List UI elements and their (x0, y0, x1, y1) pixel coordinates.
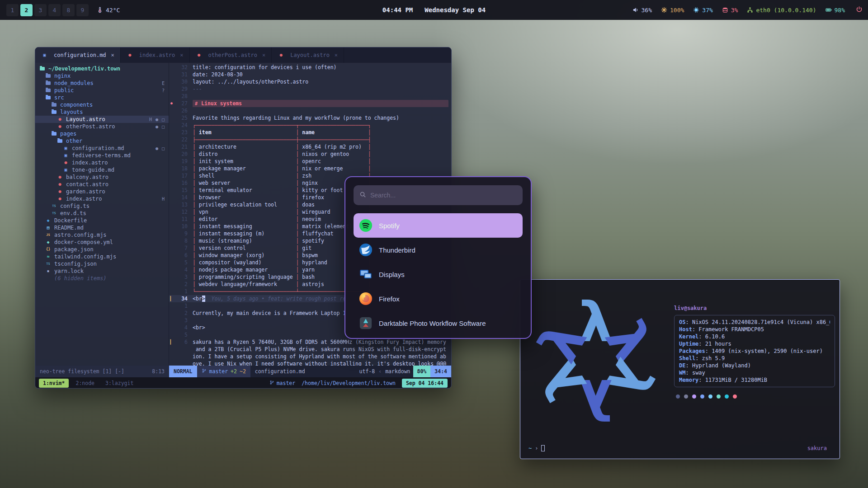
table-border: │ (296, 252, 299, 258)
tree-item[interactable]: tsconfig.json (35, 260, 169, 267)
tree-item[interactable]: index.astro (35, 159, 169, 166)
terminal-hostname-label: sakura (807, 445, 827, 451)
tree-item[interactable]: package.json (35, 246, 169, 253)
tree-item[interactable]: tailwind.config.mjs (35, 253, 169, 260)
tree-item[interactable]: garden.astro (35, 188, 169, 195)
astro-icon (57, 196, 63, 202)
tree-item[interactable]: other (35, 137, 169, 145)
tree-item[interactable]: balcony.astro (35, 174, 169, 181)
tree-item[interactable]: nginx (35, 72, 169, 80)
tree-item[interactable]: docker-compose.yml (35, 239, 169, 246)
tree-item[interactable]: Dockerfile (35, 217, 169, 224)
table-border: │ (193, 259, 196, 266)
gutter-sign (169, 237, 174, 244)
launcher-item[interactable]: Darktable Photo Workflow Software (354, 311, 523, 335)
editor-line-text: layout: ../../layouts/otherPost.astro (193, 78, 451, 85)
editor-tab[interactable]: index.astro× (121, 47, 190, 63)
tree-item[interactable]: yarn.lock (35, 267, 169, 275)
search-input[interactable] (370, 192, 517, 199)
module-volume[interactable]: 36% (632, 7, 652, 14)
astro-icon (57, 181, 63, 188)
module-disk[interactable]: 3% (722, 7, 738, 14)
temperature-value: 42°C (106, 7, 120, 14)
editor-line-text: │ package manager│ nix or emerge│ (193, 165, 451, 172)
tree-item[interactable]: config.ts (35, 202, 169, 210)
editor-tab[interactable]: configuration.md× (35, 47, 121, 63)
line-content: and a 2TB (Crucial P5 Plus) NVMe drive. … (193, 346, 446, 352)
tree-item[interactable]: README.md (35, 224, 169, 231)
table-cell-item: webdev language/framework (196, 281, 296, 288)
prompt-path: ~ (528, 445, 532, 451)
tree-item[interactable]: index.astroH (35, 195, 169, 202)
fetch-info-label: DE (679, 362, 685, 369)
module-chip[interactable]: 37% (693, 7, 712, 14)
editor-line: 31date: 2024-08-30 (169, 71, 451, 78)
tmux-window-tab[interactable]: 1:nvim* (39, 379, 69, 388)
tab-label: index.astro (139, 52, 175, 58)
tree-item[interactable]: (6 hidden items) (35, 275, 169, 282)
shell-prompt[interactable]: ~ › (528, 445, 545, 451)
editor-line: ▎6sakura has a Ryzen 5 7640U, 32GB of DD… (169, 338, 451, 346)
tree-item[interactable]: src (35, 94, 169, 101)
tree-item[interactable]: fediverse-terms.md (35, 152, 169, 159)
search-icon (359, 191, 366, 200)
tree-item[interactable]: configuration.md● □ (35, 145, 169, 152)
tree-item[interactable]: astro.config.mjs (35, 231, 169, 239)
tree-item[interactable]: otherPost.astro● □ (35, 123, 169, 130)
folder-icon (45, 73, 52, 79)
tree-item[interactable]: tone-guide.md (35, 166, 169, 174)
launcher-item[interactable]: Displays (354, 262, 523, 286)
tree-item-label: tone-guide.md (72, 167, 114, 173)
gutter-line-number: 1 (174, 302, 188, 310)
workspace-button[interactable]: 9 (76, 4, 89, 16)
tab-close-icon[interactable]: × (335, 52, 338, 58)
tree-item[interactable]: components (35, 101, 169, 108)
astro-file-icon (127, 52, 133, 58)
fetch-info-colon: : (698, 377, 705, 383)
tree-item[interactable]: pages (35, 130, 169, 137)
module-gear[interactable]: 100% (661, 7, 684, 14)
tree-item-label: README.md (54, 225, 84, 231)
power-button[interactable] (856, 6, 863, 14)
editor-line: 26 (169, 107, 451, 114)
git-branch-icon (269, 380, 274, 386)
line-content: <br> (193, 324, 205, 331)
tab-close-icon[interactable]: × (180, 52, 183, 58)
editor-tab[interactable]: otherPost.astro× (190, 47, 272, 63)
tree-item[interactable]: layouts (35, 108, 169, 116)
table-border: │ (193, 144, 196, 150)
gutter-sign (169, 64, 174, 71)
editor-line-text: #Linux systems (193, 100, 451, 107)
tmux-window-tab[interactable]: 2:node (71, 379, 99, 388)
launcher-item[interactable]: Spotify (354, 213, 523, 238)
launcher-item-label: Thunderbird (379, 246, 415, 254)
workspace-button[interactable]: 4 (48, 4, 61, 16)
tree-item[interactable]: public? (35, 87, 169, 94)
launcher-item[interactable]: Thunderbird (354, 238, 523, 262)
launcher-search-box[interactable] (354, 185, 523, 205)
gutter-sign (169, 187, 174, 194)
tab-close-icon[interactable]: × (111, 52, 114, 58)
tree-item[interactable]: node_modulesE (35, 80, 169, 87)
tree-item[interactable]: ~/Development/liv.town (35, 65, 169, 72)
gutter-line-number: 6 (174, 252, 188, 259)
tree-item[interactable]: contact.astro (35, 181, 169, 188)
workspace-button[interactable]: 8 (62, 4, 75, 16)
table-border: │ (296, 230, 299, 237)
gutter-line-number: 25 (174, 114, 188, 122)
launcher-item[interactable]: Firefox (354, 286, 523, 311)
editor-line: 25Favorite things regarding Linux and my… (169, 114, 451, 122)
tree-item[interactable]: env.d.ts (35, 210, 169, 217)
workspace-button[interactable]: 2 (20, 4, 33, 16)
tab-close-icon[interactable]: × (262, 52, 265, 58)
gutter-line-number: 6 (174, 338, 188, 346)
tmux-window-tab[interactable]: 3:lazygit (101, 379, 137, 388)
editor-tab[interactable]: Layout.astro× (272, 47, 344, 63)
module-battery[interactable]: 98% (826, 7, 845, 14)
workspace-button[interactable]: 3 (34, 4, 47, 16)
neo-tree-file-explorer[interactable]: ~/Development/liv.townnginxnode_modulesE… (35, 63, 169, 366)
workspace-button[interactable]: 1 (6, 4, 19, 16)
module-network[interactable]: eth0 (10.0.0.140) (747, 7, 816, 14)
tree-item[interactable]: Layout.astroH ● □ (35, 116, 169, 123)
gutter-line-number: 19 (174, 158, 188, 165)
